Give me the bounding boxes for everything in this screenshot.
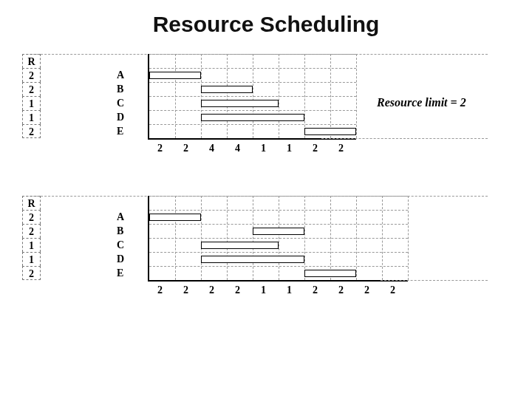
task-row [149,82,356,96]
task-label: C [117,238,132,252]
task-row [149,210,408,224]
task-label: D [117,110,132,124]
task-row [149,266,408,280]
resource-header: R [22,196,41,210]
task-row [149,238,408,252]
bar-a [149,72,201,79]
resource-column: R 2 2 1 1 2 [22,54,41,138]
task-label-column: A B C D E [117,54,132,138]
bar-d [201,256,304,263]
axis-ticks-2: 2 2 2 2 1 1 2 2 2 2 [148,282,408,296]
task-label: B [117,224,132,238]
resource-value: 1 [22,252,41,266]
chart-leveled: R 2 2 1 1 2 A B C D E [22,192,532,332]
task-label: E [117,124,132,138]
resource-value: 2 [22,224,41,238]
resource-value: 1 [22,238,41,252]
resource-value: 1 [22,110,41,124]
resource-header: R [22,54,41,68]
bar-b [253,228,304,235]
bar-a [149,214,201,221]
gantt-grid-1: 2 2 4 4 1 1 2 2 [148,54,356,154]
bar-e [304,128,356,135]
task-label: A [117,68,132,82]
resource-value: 2 [22,82,41,96]
resource-limit-label: Resource limit = 2 [377,96,466,109]
bar-c [201,242,279,249]
resource-value: 2 [22,68,41,82]
task-row [149,252,408,266]
bar-c [201,100,279,107]
bar-b [201,86,253,93]
resource-value: 2 [22,124,41,138]
page-title: Resource Scheduling [0,0,532,50]
task-label: B [117,82,132,96]
resource-value: 1 [22,96,41,110]
axis-ticks-1: 2 2 4 4 1 1 2 2 [148,140,356,154]
task-row [149,124,356,138]
gantt-grid-2: 2 2 2 2 1 1 2 2 2 2 [148,196,408,296]
task-row [149,68,356,82]
task-label: E [117,266,132,280]
task-row [149,96,356,110]
task-label-column: A B C D E [117,196,132,280]
resource-value: 2 [22,266,41,280]
resource-column: R 2 2 1 1 2 [22,196,41,280]
bar-d [201,114,304,121]
task-label: A [117,210,132,224]
task-row [149,224,408,238]
resource-value: 2 [22,210,41,224]
task-row [149,110,356,124]
chart-original: R 2 2 1 1 2 A B C D E 2 [22,50,532,176]
task-label: D [117,252,132,266]
task-label: C [117,96,132,110]
bar-e [304,270,356,277]
